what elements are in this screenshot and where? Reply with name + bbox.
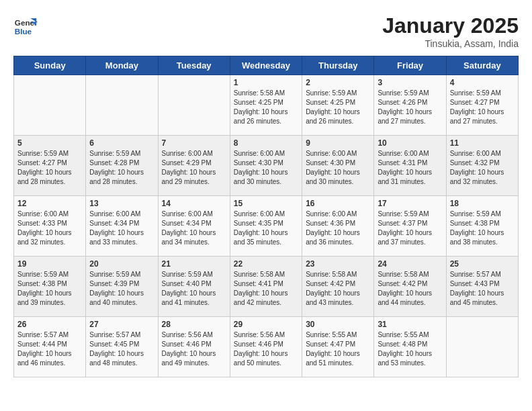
day-info: Sunrise: 5:59 AMSunset: 4:39 PMDaylight:… xyxy=(89,270,154,308)
calendar-cell xyxy=(158,75,230,136)
calendar-week-row: 1Sunrise: 5:58 AMSunset: 4:25 PMDaylight… xyxy=(14,75,519,136)
day-info: Sunrise: 5:59 AMSunset: 4:28 PMDaylight:… xyxy=(89,149,154,187)
location-subtitle: Tinsukia, Assam, India xyxy=(382,38,519,49)
calendar-cell: 24Sunrise: 5:58 AMSunset: 4:42 PMDayligh… xyxy=(374,257,446,317)
day-number: 30 xyxy=(306,320,370,329)
calendar-cell xyxy=(446,317,518,377)
calendar-cell: 6Sunrise: 5:59 AMSunset: 4:28 PMDaylight… xyxy=(86,136,158,196)
calendar-cell: 8Sunrise: 6:00 AMSunset: 4:30 PMDaylight… xyxy=(230,136,302,196)
calendar-cell: 14Sunrise: 6:00 AMSunset: 4:34 PMDayligh… xyxy=(158,196,230,257)
day-number: 16 xyxy=(306,199,370,208)
calendar-table: SundayMondayTuesdayWednesdayThursdayFrid… xyxy=(13,56,519,377)
calendar-week-row: 5Sunrise: 5:59 AMSunset: 4:27 PMDaylight… xyxy=(14,136,519,196)
day-info: Sunrise: 5:55 AMSunset: 4:48 PMDaylight:… xyxy=(378,330,442,368)
day-number: 11 xyxy=(450,138,515,148)
day-number: 4 xyxy=(450,78,515,87)
day-info: Sunrise: 5:59 AMSunset: 4:37 PMDaylight:… xyxy=(378,210,442,247)
day-info: Sunrise: 5:59 AMSunset: 4:27 PMDaylight:… xyxy=(17,149,82,187)
day-info: Sunrise: 6:00 AMSunset: 4:30 PMDaylight:… xyxy=(234,149,298,187)
calendar-cell: 25Sunrise: 5:57 AMSunset: 4:43 PMDayligh… xyxy=(446,257,518,317)
day-number: 6 xyxy=(89,138,154,148)
day-info: Sunrise: 5:58 AMSunset: 4:41 PMDaylight:… xyxy=(234,270,298,308)
day-info: Sunrise: 6:00 AMSunset: 4:34 PMDaylight:… xyxy=(89,210,154,247)
day-number: 9 xyxy=(306,138,370,148)
day-info: Sunrise: 5:59 AMSunset: 4:25 PMDaylight:… xyxy=(306,89,370,126)
logo-icon: General Blue xyxy=(13,13,38,38)
day-number: 28 xyxy=(162,320,226,329)
calendar-cell: 28Sunrise: 5:56 AMSunset: 4:46 PMDayligh… xyxy=(158,317,230,377)
day-number: 19 xyxy=(17,259,82,269)
day-number: 31 xyxy=(378,320,442,329)
calendar-cell: 27Sunrise: 5:57 AMSunset: 4:45 PMDayligh… xyxy=(86,317,158,377)
day-number: 25 xyxy=(450,259,515,269)
calendar-cell: 11Sunrise: 6:00 AMSunset: 4:32 PMDayligh… xyxy=(446,136,518,196)
calendar-week-row: 26Sunrise: 5:57 AMSunset: 4:44 PMDayligh… xyxy=(14,317,519,377)
month-year-title: January 2025 xyxy=(382,13,519,38)
calendar-cell: 12Sunrise: 6:00 AMSunset: 4:33 PMDayligh… xyxy=(14,196,86,257)
day-number: 10 xyxy=(378,138,442,148)
weekday-header: Wednesday xyxy=(230,56,302,75)
calendar-cell: 15Sunrise: 6:00 AMSunset: 4:35 PMDayligh… xyxy=(230,196,302,257)
day-number: 7 xyxy=(162,138,226,148)
day-number: 22 xyxy=(234,259,298,269)
day-number: 14 xyxy=(162,199,226,208)
weekday-header: Tuesday xyxy=(158,56,230,75)
page-header: General Blue January 2025 Tinsukia, Assa… xyxy=(13,13,519,49)
calendar-cell: 10Sunrise: 6:00 AMSunset: 4:31 PMDayligh… xyxy=(374,136,446,196)
calendar-cell xyxy=(14,75,86,136)
svg-text:Blue: Blue xyxy=(15,27,32,36)
day-number: 27 xyxy=(89,320,154,329)
day-info: Sunrise: 5:57 AMSunset: 4:43 PMDaylight:… xyxy=(450,270,515,308)
day-info: Sunrise: 5:58 AMSunset: 4:25 PMDaylight:… xyxy=(234,89,298,126)
day-number: 3 xyxy=(378,78,442,87)
calendar-cell: 21Sunrise: 5:59 AMSunset: 4:40 PMDayligh… xyxy=(158,257,230,317)
day-info: Sunrise: 5:59 AMSunset: 4:40 PMDaylight:… xyxy=(162,270,226,308)
day-number: 5 xyxy=(17,138,82,148)
weekday-header: Thursday xyxy=(302,56,374,75)
weekday-header-row: SundayMondayTuesdayWednesdayThursdayFrid… xyxy=(14,56,519,75)
title-block: January 2025 Tinsukia, Assam, India xyxy=(382,13,519,49)
calendar-cell: 13Sunrise: 6:00 AMSunset: 4:34 PMDayligh… xyxy=(86,196,158,257)
day-number: 24 xyxy=(378,259,442,269)
day-number: 21 xyxy=(162,259,226,269)
day-number: 26 xyxy=(17,320,82,329)
day-info: Sunrise: 5:59 AMSunset: 4:38 PMDaylight:… xyxy=(450,210,515,247)
calendar-cell: 5Sunrise: 5:59 AMSunset: 4:27 PMDaylight… xyxy=(14,136,86,196)
day-info: Sunrise: 6:00 AMSunset: 4:35 PMDaylight:… xyxy=(234,210,298,247)
day-number: 1 xyxy=(234,78,298,87)
calendar-cell: 19Sunrise: 5:59 AMSunset: 4:38 PMDayligh… xyxy=(14,257,86,317)
day-number: 23 xyxy=(306,259,370,269)
day-info: Sunrise: 5:59 AMSunset: 4:38 PMDaylight:… xyxy=(17,270,82,308)
day-number: 12 xyxy=(17,199,82,208)
day-info: Sunrise: 5:55 AMSunset: 4:47 PMDaylight:… xyxy=(306,330,370,368)
calendar-cell xyxy=(86,75,158,136)
day-info: Sunrise: 6:00 AMSunset: 4:31 PMDaylight:… xyxy=(378,149,442,187)
weekday-header: Sunday xyxy=(14,56,86,75)
calendar-cell: 1Sunrise: 5:58 AMSunset: 4:25 PMDaylight… xyxy=(230,75,302,136)
calendar-cell: 20Sunrise: 5:59 AMSunset: 4:39 PMDayligh… xyxy=(86,257,158,317)
weekday-header: Friday xyxy=(374,56,446,75)
day-number: 2 xyxy=(306,78,370,87)
day-number: 8 xyxy=(234,138,298,148)
day-number: 18 xyxy=(450,199,515,208)
calendar-week-row: 19Sunrise: 5:59 AMSunset: 4:38 PMDayligh… xyxy=(14,257,519,317)
day-info: Sunrise: 5:58 AMSunset: 4:42 PMDaylight:… xyxy=(306,270,370,308)
calendar-cell: 9Sunrise: 6:00 AMSunset: 4:30 PMDaylight… xyxy=(302,136,374,196)
calendar-cell: 4Sunrise: 5:59 AMSunset: 4:27 PMDaylight… xyxy=(446,75,518,136)
day-info: Sunrise: 6:00 AMSunset: 4:30 PMDaylight:… xyxy=(306,149,370,187)
calendar-cell: 31Sunrise: 5:55 AMSunset: 4:48 PMDayligh… xyxy=(374,317,446,377)
calendar-cell: 7Sunrise: 6:00 AMSunset: 4:29 PMDaylight… xyxy=(158,136,230,196)
day-info: Sunrise: 6:00 AMSunset: 4:29 PMDaylight:… xyxy=(162,149,226,187)
day-info: Sunrise: 5:58 AMSunset: 4:42 PMDaylight:… xyxy=(378,270,442,308)
day-info: Sunrise: 5:57 AMSunset: 4:44 PMDaylight:… xyxy=(17,330,82,368)
calendar-cell: 23Sunrise: 5:58 AMSunset: 4:42 PMDayligh… xyxy=(302,257,374,317)
weekday-header: Saturday xyxy=(446,56,518,75)
day-info: Sunrise: 5:59 AMSunset: 4:26 PMDaylight:… xyxy=(378,89,442,126)
day-info: Sunrise: 6:00 AMSunset: 4:34 PMDaylight:… xyxy=(162,210,226,247)
weekday-header: Monday xyxy=(86,56,158,75)
day-number: 13 xyxy=(89,199,154,208)
day-info: Sunrise: 5:56 AMSunset: 4:46 PMDaylight:… xyxy=(234,330,298,368)
calendar-cell: 22Sunrise: 5:58 AMSunset: 4:41 PMDayligh… xyxy=(230,257,302,317)
day-info: Sunrise: 5:56 AMSunset: 4:46 PMDaylight:… xyxy=(162,330,226,368)
day-info: Sunrise: 5:59 AMSunset: 4:27 PMDaylight:… xyxy=(450,89,515,126)
